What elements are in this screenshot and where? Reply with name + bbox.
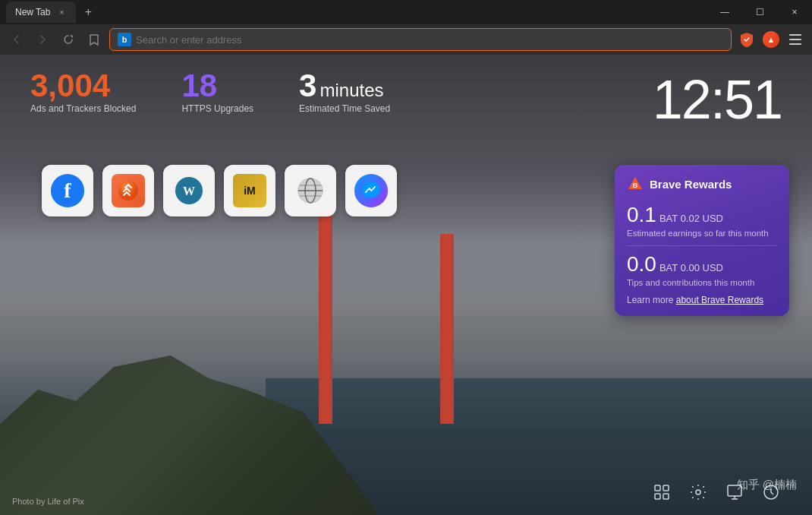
time-number: 3minutes bbox=[299, 70, 390, 102]
photo-credit: Photo by Life of Pix bbox=[12, 497, 84, 506]
nav-right-icons: ▲ bbox=[736, 29, 806, 50]
svg-text:B: B bbox=[633, 182, 638, 189]
time-saved-stat: 3minutes Estimated Time Saved bbox=[299, 70, 390, 114]
window-close-button[interactable]: × bbox=[777, 0, 812, 24]
window-controls: — ☐ × bbox=[707, 0, 812, 24]
learn-more-link[interactable]: about Brave Rewards bbox=[676, 295, 763, 305]
titlebar: New Tab × + — ☐ × bbox=[0, 0, 812, 24]
minimize-button[interactable]: — bbox=[707, 0, 742, 24]
feedly-icon bbox=[112, 174, 145, 207]
shortcut-messenger[interactable] bbox=[345, 165, 397, 216]
tips-bat: BAT 0.00 USD bbox=[659, 262, 723, 273]
rewards-learn-more: Learn more about Brave Rewards bbox=[627, 295, 777, 305]
earnings-label: Estimated earnings so far this month bbox=[627, 229, 777, 238]
ads-blocked-number: 3,004 bbox=[30, 70, 136, 102]
maximize-button[interactable]: ☐ bbox=[742, 0, 777, 24]
svg-rect-10 bbox=[655, 494, 660, 499]
bookmark-button[interactable] bbox=[83, 29, 105, 50]
forward-button[interactable] bbox=[32, 29, 53, 50]
bridge-tower-right bbox=[440, 234, 454, 424]
learn-more-text: Learn more bbox=[627, 295, 673, 305]
time-saved-label: Estimated Time Saved bbox=[299, 103, 390, 114]
https-stat: 18 HTTPS Upgrades bbox=[181, 70, 253, 114]
rewards-divider bbox=[627, 245, 777, 246]
brave-rewards-button[interactable]: ▲ bbox=[760, 29, 782, 50]
new-tab-button[interactable]: + bbox=[79, 3, 97, 21]
address-input[interactable] bbox=[136, 34, 723, 46]
shortcut-feedly[interactable] bbox=[102, 165, 154, 216]
menu-line-1 bbox=[789, 34, 801, 36]
refresh-button[interactable] bbox=[58, 29, 79, 50]
stats-panel: 3,004 Ads and Trackers Blocked 18 HTTPS … bbox=[30, 70, 390, 114]
tab-close-button[interactable]: × bbox=[56, 7, 67, 17]
im-icon: iM bbox=[233, 174, 266, 207]
we-icon: W bbox=[172, 174, 206, 207]
shortcut-im[interactable]: iM bbox=[224, 165, 275, 216]
navbar: b ▲ bbox=[0, 24, 812, 55]
tab-bar: New Tab × + bbox=[6, 2, 97, 23]
tips-amount: 0.0 BAT 0.00 USD bbox=[627, 252, 777, 276]
rewards-card: B Brave Rewards 0.1 BAT 0.02 USD Estimat… bbox=[615, 165, 789, 316]
tips-number: 0.0 bbox=[627, 252, 656, 276]
https-number: 18 bbox=[181, 70, 253, 102]
back-button[interactable] bbox=[6, 29, 27, 50]
ads-blocked-stat: 3,004 Ads and Trackers Blocked bbox=[30, 70, 136, 114]
earnings-row: 0.1 BAT 0.02 USD Estimated earnings so f… bbox=[627, 203, 777, 238]
customize-background-button[interactable] bbox=[651, 482, 672, 503]
tips-label: Tips and contributions this month bbox=[627, 278, 777, 287]
facebook-icon: f bbox=[51, 174, 84, 207]
shortcut-facebook[interactable]: f bbox=[42, 165, 93, 216]
menu-button[interactable] bbox=[785, 29, 806, 50]
svg-rect-9 bbox=[663, 485, 669, 491]
tips-row: 0.0 BAT 0.00 USD Tips and contributions … bbox=[627, 252, 777, 287]
tab-title: New Tab bbox=[15, 7, 50, 17]
svg-rect-11 bbox=[663, 494, 669, 499]
rewards-header: B Brave Rewards bbox=[627, 175, 777, 192]
svg-text:W: W bbox=[183, 185, 195, 197]
main-content: 3,004 Ads and Trackers Blocked 18 HTTPS … bbox=[0, 55, 812, 515]
messenger-icon bbox=[354, 174, 388, 207]
globe-icon bbox=[294, 174, 327, 207]
rewards-title: Brave Rewards bbox=[650, 178, 732, 191]
brave-logo-icon: B bbox=[627, 175, 644, 192]
earnings-bat: BAT 0.02 USD bbox=[659, 213, 723, 224]
shortcut-wordpress[interactable]: W bbox=[163, 165, 215, 216]
address-bar[interactable]: b bbox=[109, 28, 732, 51]
svg-rect-8 bbox=[655, 485, 660, 491]
shortcut-globe[interactable] bbox=[285, 165, 336, 216]
watermark: 知乎 @楠楠 bbox=[737, 478, 797, 492]
svg-point-12 bbox=[696, 490, 700, 494]
ads-blocked-label: Ads and Trackers Blocked bbox=[30, 103, 136, 114]
active-tab[interactable]: New Tab × bbox=[6, 2, 76, 23]
clock: 12:51 bbox=[653, 68, 782, 131]
bridge-tower-left bbox=[319, 211, 332, 424]
earnings-amount: 0.1 BAT 0.02 USD bbox=[627, 203, 777, 227]
menu-line-2 bbox=[789, 39, 801, 40]
settings-button[interactable] bbox=[688, 482, 709, 503]
menu-line-3 bbox=[789, 43, 801, 45]
https-label: HTTPS Upgrades bbox=[181, 103, 253, 114]
shortcuts-row: f W iM bbox=[42, 165, 397, 216]
brave-shield-button[interactable] bbox=[736, 29, 757, 50]
rewards-icon: ▲ bbox=[763, 31, 779, 48]
search-engine-icon: b bbox=[118, 33, 131, 46]
earnings-number: 0.1 bbox=[627, 203, 656, 227]
